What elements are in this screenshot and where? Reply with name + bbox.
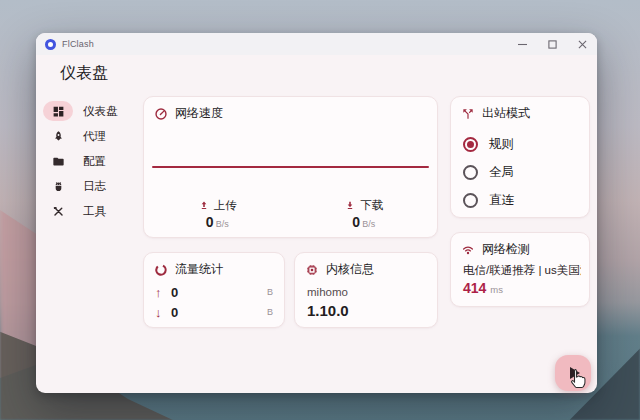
outbound-mode-card: 出站模式 规则 全局 直连 [450, 96, 590, 218]
sidebar-item-logs[interactable]: 日志 [43, 176, 158, 196]
close-button[interactable] [567, 33, 597, 55]
traffic-download-row: ↓ 0 B [155, 304, 273, 320]
sidebar-item-proxy[interactable]: 代理 [43, 126, 158, 146]
page-title: 仪表盘 [60, 63, 108, 84]
download-label: 下载 [360, 198, 383, 213]
sidebar-item-label: 配置 [83, 154, 106, 169]
upload-unit: B/s [216, 219, 229, 229]
folder-icon [43, 151, 73, 171]
sidebar-item-profiles[interactable]: 配置 [43, 151, 158, 171]
maximize-button[interactable] [537, 33, 567, 55]
core-name: mihomo [307, 286, 348, 298]
minimize-button[interactable] [507, 33, 537, 55]
traffic-stats-card: 流量统计 ↑ 0 B ↓ 0 B [143, 252, 285, 328]
desktop-wallpaper: FlClash 仪表盘 仪表盘 [0, 0, 640, 420]
download-unit: B/s [362, 219, 375, 229]
sidebar-item-label: 工具 [83, 204, 106, 219]
minimize-icon [518, 40, 527, 49]
app-title: FlClash [62, 39, 94, 49]
traffic-down-unit: B [267, 307, 273, 317]
sidebar-item-dashboard[interactable]: 仪表盘 [43, 101, 158, 121]
window-controls [507, 33, 597, 55]
close-icon [578, 40, 587, 49]
titlebar[interactable]: FlClash [36, 33, 597, 55]
core-version: 1.10.0 [307, 302, 349, 319]
radio-icon[interactable] [463, 165, 478, 180]
upload-icon [198, 200, 210, 212]
radio-icon[interactable] [463, 193, 478, 208]
maximize-icon [548, 40, 557, 49]
adb-bug-icon [43, 176, 73, 196]
app-logo-icon [45, 39, 56, 50]
download-stat: 下载 0B/s [291, 198, 438, 230]
card-title: 网络检测 [482, 241, 530, 258]
speedometer-icon [154, 107, 168, 121]
sidebar-item-label: 代理 [83, 129, 106, 144]
wifi-icon [461, 243, 475, 257]
sidebar-item-tools[interactable]: 工具 [43, 201, 158, 221]
mode-option-global[interactable]: 全局 [463, 164, 514, 180]
mode-option-label: 规则 [489, 136, 514, 153]
download-icon [344, 200, 356, 212]
mode-option-direct[interactable]: 直连 [463, 192, 514, 208]
upload-label: 上传 [214, 198, 237, 213]
upload-stat: 上传 0B/s [144, 198, 291, 230]
dashboard-icon [43, 101, 73, 121]
latency-value: 414 [463, 280, 486, 296]
traffic-up-unit: B [267, 287, 273, 297]
radio-selected-icon[interactable] [463, 137, 478, 152]
latency-unit: ms [490, 284, 503, 295]
down-arrow-icon: ↓ [155, 305, 171, 320]
network-speed-card: 网络速度 上传 0B/s 下载 0B/s [143, 96, 438, 238]
traffic-up-value: 0 [171, 285, 178, 300]
call-split-icon [461, 107, 475, 121]
speed-chart-line [152, 166, 429, 168]
core-info-card: 内核信息 mihomo 1.10.0 [294, 252, 438, 328]
network-detect-card: 网络检测 电信/联通推荐 | us美国洛杉... 414 ms [450, 232, 590, 307]
upload-value: 0 [206, 214, 214, 230]
data-usage-icon [154, 263, 168, 277]
rocket-icon [43, 126, 73, 146]
sidebar-item-label: 仪表盘 [83, 104, 118, 119]
traffic-down-value: 0 [171, 305, 178, 320]
play-icon [570, 367, 580, 379]
chip-icon [305, 263, 319, 277]
download-value: 0 [352, 214, 360, 230]
mode-option-label: 全局 [489, 164, 514, 181]
detect-latency: 414 ms [463, 280, 503, 296]
app-window: FlClash 仪表盘 仪表盘 [36, 33, 597, 393]
card-title: 内核信息 [326, 261, 374, 278]
card-title: 出站模式 [482, 105, 530, 122]
sidebar-item-label: 日志 [83, 179, 106, 194]
tools-icon [43, 201, 73, 221]
start-proxy-fab[interactable] [555, 355, 591, 391]
traffic-upload-row: ↑ 0 B [155, 284, 273, 300]
up-arrow-icon: ↑ [155, 285, 171, 300]
card-title: 网络速度 [175, 105, 223, 122]
mode-option-rule[interactable]: 规则 [463, 136, 514, 152]
mode-option-label: 直连 [489, 192, 514, 209]
detect-provider[interactable]: 电信/联通推荐 | us美国洛杉... [463, 263, 581, 278]
card-title: 流量统计 [175, 261, 223, 278]
